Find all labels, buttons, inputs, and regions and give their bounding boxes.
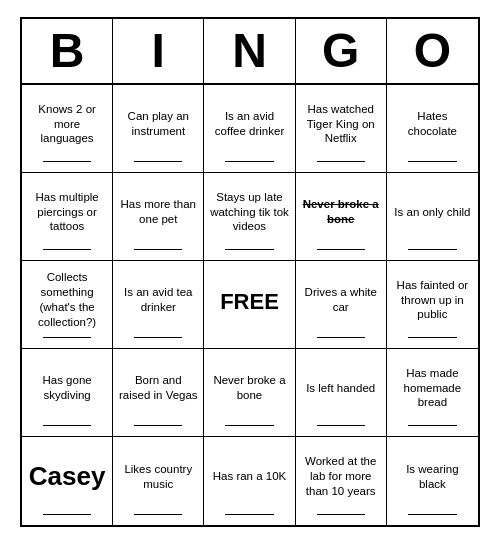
bingo-cell: Is an only child xyxy=(387,173,478,261)
cell-underline xyxy=(134,514,182,515)
cell-underline xyxy=(43,425,91,426)
bingo-cell: Drives a white car xyxy=(296,261,387,349)
bingo-cell: Casey xyxy=(22,437,113,525)
cell-underline xyxy=(408,161,457,162)
cell-underline xyxy=(317,337,365,338)
cell-text: Drives a white car xyxy=(301,267,381,333)
bingo-cell: Has made homemade bread xyxy=(387,349,478,437)
cell-underline xyxy=(317,425,365,426)
bingo-cell: Stays up late watching tik tok videos xyxy=(204,173,295,261)
cell-text: Is an avid coffee drinker xyxy=(209,91,289,157)
bingo-header: BINGO xyxy=(22,19,478,85)
bingo-card: BINGO Knows 2 or more languagesCan play … xyxy=(20,17,480,527)
bingo-letter: O xyxy=(387,19,478,83)
cell-underline xyxy=(408,514,457,515)
cell-text: Has ran a 10K xyxy=(209,443,289,510)
cell-underline xyxy=(408,337,457,338)
cell-text: Has multiple piercings or tattoos xyxy=(27,179,107,245)
bingo-cell: Has multiple piercings or tattoos xyxy=(22,173,113,261)
bingo-cell: Is left handed xyxy=(296,349,387,437)
bingo-letter: N xyxy=(204,19,295,83)
cell-underline xyxy=(317,249,365,250)
cell-text: Worked at the lab for more than 10 years xyxy=(301,443,381,510)
cell-underline xyxy=(317,161,365,162)
cell-underline xyxy=(225,161,273,162)
bingo-cell: Can play an instrument xyxy=(113,85,204,173)
cell-text: FREE xyxy=(209,267,289,338)
bingo-letter: I xyxy=(113,19,204,83)
bingo-letter: B xyxy=(22,19,113,83)
bingo-cell: Is an avid tea drinker xyxy=(113,261,204,349)
bingo-letter: G xyxy=(296,19,387,83)
cell-text: Can play an instrument xyxy=(118,91,198,157)
bingo-cell: Born and raised in Vegas xyxy=(113,349,204,437)
cell-text: Hates chocolate xyxy=(392,91,473,157)
cell-underline xyxy=(134,161,182,162)
cell-underline xyxy=(134,249,182,250)
bingo-cell: Has more than one pet xyxy=(113,173,204,261)
cell-underline xyxy=(43,337,91,338)
cell-underline xyxy=(134,425,182,426)
bingo-cell: Never broke a bone xyxy=(296,173,387,261)
bingo-cell: Is wearing black xyxy=(387,437,478,525)
cell-text: Born and raised in Vegas xyxy=(118,355,198,421)
bingo-cell: Worked at the lab for more than 10 years xyxy=(296,437,387,525)
cell-underline xyxy=(43,514,91,515)
cell-text: Is left handed xyxy=(301,355,381,421)
cell-text: Has gone skydiving xyxy=(27,355,107,421)
cell-underline xyxy=(408,249,457,250)
cell-underline xyxy=(225,514,273,515)
cell-text: Has more than one pet xyxy=(118,179,198,245)
bingo-cell: Likes country music xyxy=(113,437,204,525)
bingo-cell: Has watched Tiger King on Netflix xyxy=(296,85,387,173)
bingo-cell: Has ran a 10K xyxy=(204,437,295,525)
bingo-cell: Knows 2 or more languages xyxy=(22,85,113,173)
cell-text: Is wearing black xyxy=(392,443,473,510)
cell-text: Never broke a bone xyxy=(301,179,381,245)
bingo-cell: Collects something (what's the collectio… xyxy=(22,261,113,349)
cell-text: Has made homemade bread xyxy=(392,355,473,421)
cell-underline xyxy=(225,249,273,250)
cell-underline xyxy=(225,425,273,426)
bingo-cell: FREE xyxy=(204,261,295,349)
bingo-cell: Has fainted or thrown up in public xyxy=(387,261,478,349)
cell-underline xyxy=(43,161,91,162)
cell-underline xyxy=(408,425,457,426)
cell-underline xyxy=(43,249,91,250)
bingo-cell: Never broke a bone xyxy=(204,349,295,437)
cell-text: Has fainted or thrown up in public xyxy=(392,267,473,333)
cell-text: Likes country music xyxy=(118,443,198,510)
cell-underline xyxy=(134,337,182,338)
cell-text: Knows 2 or more languages xyxy=(27,91,107,157)
cell-text: Is an only child xyxy=(392,179,473,245)
cell-text: Has watched Tiger King on Netflix xyxy=(301,91,381,157)
cell-text: Never broke a bone xyxy=(209,355,289,421)
cell-underline xyxy=(317,514,365,515)
bingo-grid: Knows 2 or more languagesCan play an ins… xyxy=(22,85,478,525)
bingo-cell: Has gone skydiving xyxy=(22,349,113,437)
bingo-cell: Hates chocolate xyxy=(387,85,478,173)
cell-text: Collects something (what's the collectio… xyxy=(27,267,107,333)
cell-text: Is an avid tea drinker xyxy=(118,267,198,333)
bingo-cell: Is an avid coffee drinker xyxy=(204,85,295,173)
cell-text: Stays up late watching tik tok videos xyxy=(209,179,289,245)
cell-text: Casey xyxy=(27,443,107,510)
